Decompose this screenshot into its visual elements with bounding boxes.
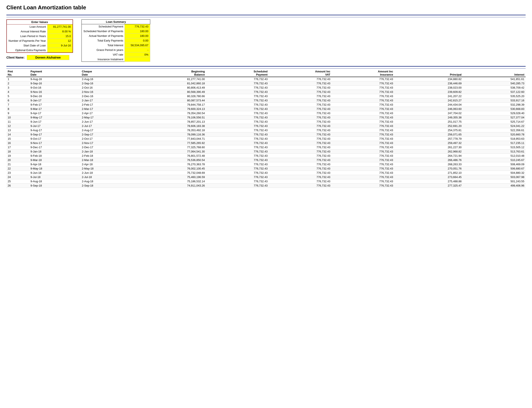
col-header-pmt-no: Pmt No. <box>6 69 29 77</box>
total-interest-value: 58,534,095.67 <box>125 43 150 48</box>
table-row: 69-Jan-172-Jan-1780,087,573.44776,732.43… <box>6 98 526 102</box>
table-row: 269-Sep-182-Sep-1874,911,043.26776,732.4… <box>6 183 526 187</box>
table-row: 259-Aug-182-Aug-1875,186,532.14776,732.4… <box>6 179 526 183</box>
amortization-table: Pmt No. Payment Date Cheque Date Beginni… <box>6 69 526 188</box>
col-header-scheduled-payment: Scheduled Payment <box>206 69 269 77</box>
col-header-payment-date: Payment Date <box>29 69 80 77</box>
enter-values-header: Enter Values <box>7 20 73 25</box>
scheduled-num-payments-label: Scheduled Number of Payments <box>82 29 125 34</box>
table-row: 149-Sep-172-Sep-1778,099,116.36776,732.4… <box>6 132 526 136</box>
table-row: 119-Jun-172-Jun-1778,857,201.13776,732.4… <box>6 119 526 124</box>
annual-interest-label: Annual Interest Rate <box>7 29 47 34</box>
grace-period-label: Grace Period in years <box>82 48 125 52</box>
table-row: 159-Oct-172-Oct-1777,843,044.71776,732.4… <box>6 136 526 141</box>
page-title: Client Loan Amortization table <box>6 4 526 11</box>
extra-payments-value[interactable] <box>47 48 73 53</box>
loan-summary-table: Loan Summary Scheduled Payment 776,732.4… <box>82 19 150 62</box>
col-header-amount-inc-insurance: Amount Inc Insurance <box>332 69 394 77</box>
insurance-instalment-value[interactable] <box>125 57 150 62</box>
loan-period-label: Loan Period in Years <box>7 34 47 39</box>
table-row: 209-Mar-182-Mar-1876,536,850.54776,732.4… <box>6 158 526 162</box>
actual-num-payments-label: Actual Number of Payments <box>82 34 125 38</box>
table-row: 219-Apr-182-Apr-1876,270,363.78776,732.4… <box>6 162 526 166</box>
table-row: 169-Nov-172-Nov-1777,585,265.92776,732.4… <box>6 141 526 145</box>
scheduled-payment-value: 776,732.43 <box>125 24 150 29</box>
table-row: 239-Jun-182-Jun-1875,732,048.69776,732.4… <box>6 170 526 175</box>
table-row: 139-Aug-172-Aug-1778,353,492.18776,732.4… <box>6 128 526 132</box>
extra-payments-label: Optional Extra Payments <box>7 48 47 53</box>
col-header-cheque-date: Cheque Date <box>81 69 132 77</box>
total-interest-label: Total Interest <box>82 43 125 48</box>
enter-values-table: Enter Values Loan Amount 81,277,741.00 A… <box>6 19 73 53</box>
col-header-principal: Principal <box>394 69 463 77</box>
table-row: 199-Feb-182-Feb-1876,801,572.48776,732.4… <box>6 153 526 158</box>
loan-amount-value[interactable]: 81,277,741.00 <box>47 25 73 29</box>
col-header-interest: Interest <box>463 69 526 77</box>
vat-rate-value[interactable]: 0% <box>125 52 150 57</box>
table-row: 19-Aug-162-Aug-1681,277,741.00776,732.43… <box>6 77 526 81</box>
insurance-instalment-label: Insurance Instalment <box>82 57 125 62</box>
client-name-value[interactable]: Doreen Atuhairwe <box>27 55 69 60</box>
payments-per-year-label: Number of Payments Per Year <box>7 39 47 43</box>
payments-per-year-value[interactable]: 12 <box>47 39 73 43</box>
table-row: 59-Dec-162-Dec-1680,328,780.66776,732.43… <box>6 94 526 98</box>
table-row: 49-Nov-162-Nov-1680,568,390.49776,732.43… <box>6 90 526 94</box>
scheduled-num-payments-value: 180.00 <box>125 29 150 34</box>
total-early-payments-value: 0.00 <box>125 38 150 43</box>
table-row: 29-Sep-162-Sep-1681,042,860.18776,732.43… <box>6 81 526 85</box>
table-row: 79-Feb-172-Feb-1779,844,758.17776,732.43… <box>6 102 526 107</box>
client-name-label: Client Name: <box>6 56 25 59</box>
table-row: 89-Mar-172-Mar-1779,600,324.13776,732.43… <box>6 107 526 111</box>
start-date-value[interactable]: 9-Jul-16 <box>47 43 73 48</box>
col-header-amount-inc-vat: Amount Inc VAT <box>269 69 332 77</box>
loan-summary-header: Loan Summary <box>82 20 150 24</box>
table-row: 189-Jan-182-Jan-1877,064,541.30776,732.4… <box>6 149 526 153</box>
start-date-label: Start Date of Loan <box>7 43 47 48</box>
vat-rate-label: VAT rate <box>82 52 125 57</box>
col-header-beginning-balance: Beginning Balance <box>132 69 206 77</box>
table-row: 129-Jul-172-Jul-1778,606,183.38776,732.4… <box>6 124 526 128</box>
scheduled-payment-label: Scheduled Payment <box>82 24 125 29</box>
loan-period-value[interactable]: 15.0 <box>47 34 73 39</box>
table-row: 249-Jul-182-Jul-1875,460,196.59776,732.4… <box>6 175 526 179</box>
total-early-payments-label: Total Early Payments <box>82 38 125 43</box>
table-row: 229-May-182-May-1876,002,100.45776,732.4… <box>6 166 526 170</box>
table-row: 99-Apr-172-Apr-1779,354,260.54776,732.43… <box>6 111 526 115</box>
table-row: 179-Dec-172-Dec-1777,325,768.60776,732.4… <box>6 145 526 149</box>
loan-amount-label: Loan Amount <box>7 25 47 29</box>
annual-interest-value[interactable]: 8.00 % <box>47 29 73 34</box>
grace-period-value: - <box>125 48 150 52</box>
actual-num-payments-value: 180.00 <box>125 34 150 38</box>
table-row: 109-May-172-May-1779,106,556.51776,732.4… <box>6 115 526 119</box>
table-row: 39-Oct-162-Oct-1680,806,413.49776,732.43… <box>6 85 526 90</box>
